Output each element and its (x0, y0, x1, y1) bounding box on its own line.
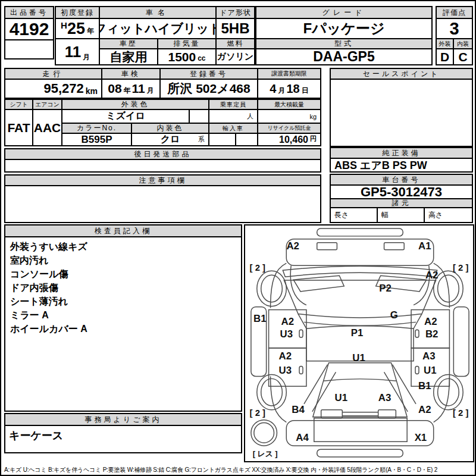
inspector-note: コンソール傷 (10, 267, 68, 281)
score-label: 評価点 (437, 7, 472, 19)
wheel-rear-right-inner (438, 378, 459, 406)
model-code-label: 型式 (256, 39, 431, 49)
ext-color-extra (190, 110, 209, 124)
color-row: シフト FAT エアコン AAC 外装色 ミズイロ カラーNo. 内装色 B59… (4, 99, 321, 146)
width-label: 幅 (378, 208, 425, 222)
shift-value: FAT (5, 110, 33, 145)
inspection-label: 車検 (102, 69, 161, 80)
height-label: 高さ (425, 208, 472, 222)
door-shape-label: ドア形状 (217, 7, 254, 19)
grade-value: Fパッケージ (256, 19, 431, 39)
interior-label: 内装 (454, 39, 472, 49)
damage-marker: A3 (422, 350, 436, 362)
damage-marker: U1 (424, 365, 437, 376)
windshield-bottom (304, 322, 416, 325)
recycle-value: 10,460円 (258, 134, 320, 145)
damage-marker: A2 (424, 316, 437, 327)
displacement-value: 1500cc (158, 49, 217, 64)
caution-value (5, 186, 320, 222)
front-top-bar (317, 228, 403, 236)
damage-marker: U1 (335, 392, 348, 403)
history-label: 車歴 (100, 39, 158, 49)
front-bumper (286, 239, 433, 266)
int-color-label: 内装色 (132, 124, 209, 134)
damage-marker: A2 (425, 270, 439, 281)
ext-color-label: 外装色 (62, 100, 209, 110)
inspector-note: ホイールカバー A (10, 322, 87, 336)
color-no-value: B595P (62, 134, 132, 145)
auction-no-label: 出品番号 (5, 7, 53, 19)
equipment-label: 純正装備 (331, 148, 472, 159)
import-label: 輸入車 (209, 124, 258, 134)
sales-point-label: セールスポイント (331, 69, 472, 80)
office-block: 事務局よりご案内 キーケース (4, 413, 242, 453)
damage-marker: U3 (279, 365, 292, 376)
import-cell-1 (209, 134, 236, 145)
damage-marker: [ 2 ] (453, 263, 468, 273)
damage-marker: U1 (352, 352, 365, 364)
damage-marker: [ 2 ] (250, 408, 265, 418)
damage-marker: A2 (418, 404, 431, 415)
hatch-lower (314, 418, 407, 442)
damage-marker: B1 (253, 313, 267, 324)
first-reg-month: 11月 (56, 39, 100, 64)
damage-marker: A2 (281, 316, 294, 327)
caution-block: 注意事項欄 (4, 174, 321, 223)
shift-label: シフト (5, 100, 33, 110)
inspector-note: シート薄汚れ (10, 295, 68, 308)
damage-marker: P2 (379, 283, 392, 294)
equipment-value: ABS エアB PS PW (331, 159, 472, 171)
damage-marker: A4 (296, 432, 309, 443)
grade-label: グレード (256, 7, 431, 19)
inspector-note: ミラー A (10, 308, 49, 322)
headlight-left (293, 275, 344, 292)
damage-marker: [ 2 ] (453, 408, 468, 418)
score-value: 3 (437, 19, 472, 39)
score-block: 評価点 3 外装 内装 D C (436, 6, 473, 65)
damage-marker: X1 (415, 432, 427, 443)
displacement-label: 排気量 (158, 39, 217, 49)
inspector-label: 検査員記入欄 (5, 226, 241, 237)
later-parts-value (5, 160, 320, 171)
inspector-note: 室内汚れ (10, 253, 48, 267)
damage-marker: A1 (418, 240, 431, 252)
first-reg-label: 初度登録 (56, 7, 100, 19)
damage-marker: A2 (286, 240, 299, 252)
damage-marker: [ レス ] (253, 449, 278, 458)
car-name-label: 車名 (100, 7, 217, 19)
later-parts-block: 後日発送部品 (4, 148, 321, 173)
aircon-value: AAC (33, 110, 62, 145)
fuel-label: 燃料 (217, 39, 254, 49)
exterior-grade: D (437, 49, 454, 64)
damage-marker: B1 (418, 380, 431, 392)
first-reg-year: H25年 (56, 19, 100, 39)
sill-right (453, 307, 469, 377)
wheel-rear-left-inner (261, 378, 283, 406)
taillight-bar (342, 412, 378, 416)
capacity-value: 人 (209, 110, 258, 124)
capacity-label: 乗車定員 (209, 100, 258, 110)
damage-marker: A3 (378, 392, 392, 403)
spare-tire (251, 420, 277, 446)
car-outline (251, 228, 469, 457)
inspector-block: 検査員記入欄 外装うすい線キズ室内汚れコンソール傷ドア内張傷シート薄汚れミラー … (4, 224, 242, 412)
grade-block: グレード Fパッケージ 型式 DAA-GP5 (255, 6, 433, 65)
color-no-label: カラーNo. (62, 124, 132, 134)
cowl-band (283, 266, 437, 277)
hatch (313, 363, 407, 417)
aircon-label: エアコン (33, 100, 62, 110)
later-parts-label: 後日発送部品 (5, 149, 320, 160)
length-label: 長さ (331, 208, 378, 222)
damage-marker: [ 2 ] (250, 263, 265, 273)
rear-window-bottom (324, 379, 397, 381)
caution-label: 注意事項欄 (5, 176, 320, 186)
office-note: キーケース (5, 426, 241, 452)
legend-text: A:キズ U:ヘコミ B:キズを伴うヘコミ P:要塗装 W:補修跡 S:錆 C:… (4, 466, 474, 474)
specs-label: 諸元 (331, 199, 472, 208)
max-load-label: 最大積載量 (258, 100, 320, 110)
import-cell-2 (236, 134, 258, 145)
chassis-label: 車台番号 (331, 175, 472, 186)
auction-sheet: 出品番号 4192 初度登録 H25年 11月 車名 フィットハイブリッド ドア… (0, 0, 476, 476)
car-diagram-svg: A2A1[ 2 ][ 2 ]A2P2B1A2U3GP1A2B2A2U3U1A3U… (245, 226, 473, 461)
handle-front-left (299, 330, 303, 337)
